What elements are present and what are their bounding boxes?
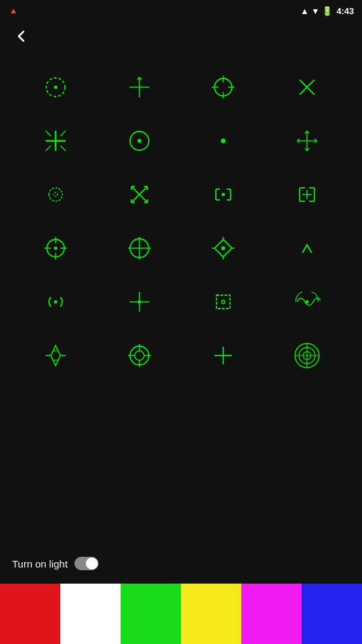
svg-point-64 (137, 301, 141, 304)
turn-on-light-label: Turn on light (12, 558, 68, 570)
crosshair-17[interactable] (97, 275, 181, 329)
svg-point-43 (221, 193, 225, 197)
crosshair-15[interactable] (265, 221, 349, 275)
color-swatch-white[interactable] (60, 584, 121, 644)
crosshair-23[interactable] (265, 329, 349, 382)
color-swatch-red[interactable] (0, 584, 60, 644)
status-left: 🔺 (8, 6, 19, 16)
crosshair-16[interactable] (13, 275, 97, 329)
light-toggle[interactable] (74, 557, 99, 570)
svg-point-56 (221, 246, 225, 250)
color-palette (0, 584, 362, 644)
crosshair-21[interactable] (97, 329, 181, 382)
svg-line-17 (46, 146, 51, 151)
crosshair-0[interactable] (13, 60, 97, 114)
svg-line-15 (46, 131, 51, 136)
crosshair-22[interactable] (181, 329, 265, 382)
app-icon: 🔺 (8, 6, 19, 16)
svg-point-66 (221, 301, 225, 304)
crosshair-10[interactable] (181, 168, 265, 221)
color-swatch-green[interactable] (121, 584, 181, 644)
color-swatch-yellow[interactable] (181, 584, 241, 644)
wifi-icon: ▾ (313, 6, 318, 16)
crosshair-11[interactable] (265, 168, 349, 221)
crosshair-4[interactable] (13, 114, 97, 168)
time-display: 4:43 (337, 6, 354, 16)
crosshair-9[interactable] (97, 168, 181, 221)
svg-line-16 (60, 131, 66, 136)
crosshair-20[interactable] (13, 329, 97, 382)
crosshair-5[interactable] (97, 114, 181, 168)
status-bar: 🔺 ▲ ▾ 🔋 4:43 (0, 0, 362, 21)
toggle-knob (86, 557, 98, 570)
turn-on-light-container: Turn on light (12, 557, 99, 570)
svg-point-20 (137, 139, 141, 143)
crosshair-13[interactable] (97, 221, 181, 275)
status-right: ▲ ▾ 🔋 4:43 (300, 6, 354, 16)
svg-point-61 (54, 301, 57, 304)
crosshair-6[interactable] (181, 114, 265, 168)
svg-point-1 (54, 86, 57, 89)
battery-icon: 🔋 (322, 6, 333, 16)
crosshair-12[interactable] (13, 221, 97, 275)
color-swatch-magenta[interactable] (241, 584, 302, 644)
svg-point-74 (135, 351, 144, 360)
svg-point-67 (305, 301, 308, 304)
svg-point-21 (221, 139, 225, 144)
crosshair-3[interactable] (265, 60, 349, 114)
crosshair-19[interactable] (265, 275, 349, 329)
crosshair-8[interactable] (13, 168, 97, 221)
crosshair-7[interactable] (265, 114, 349, 168)
svg-point-32 (54, 193, 58, 197)
back-button[interactable] (9, 24, 34, 48)
crosshair-14[interactable] (181, 221, 265, 275)
color-swatch-blue[interactable] (302, 584, 362, 644)
crosshair-1[interactable] (97, 60, 181, 114)
svg-point-47 (54, 247, 57, 250)
crosshair-18[interactable] (181, 275, 265, 329)
crosshair-2[interactable] (181, 60, 265, 114)
svg-marker-68 (51, 345, 60, 366)
svg-line-18 (60, 146, 66, 151)
svg-rect-65 (217, 295, 230, 309)
signal-icon: ▲ (300, 6, 309, 16)
crosshair-grid (0, 54, 362, 389)
